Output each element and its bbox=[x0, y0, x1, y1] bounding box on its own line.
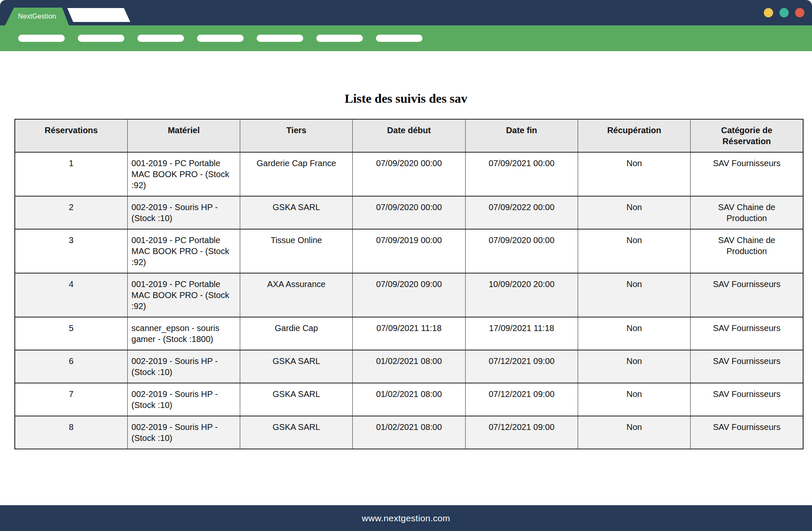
table-row: 1001-2019 - PC Portable MAC BOOK PRO - (… bbox=[15, 152, 803, 196]
table-cell: AXA Assurance bbox=[240, 273, 353, 317]
window-dot-red bbox=[795, 8, 804, 17]
table-row: 6002-2019 - Souris HP - (Stock :10)GSKA … bbox=[15, 350, 803, 383]
page-title: Liste des suivis des sav bbox=[0, 91, 812, 106]
table-cell: GSKA SARL bbox=[240, 196, 353, 229]
table-cell: SAV Chaine de Production bbox=[691, 196, 803, 229]
table-row: 7002-2019 - Souris HP - (Stock :10)GSKA … bbox=[15, 383, 803, 416]
nav-pill[interactable] bbox=[18, 35, 65, 42]
report-page: Liste des suivis des sav RéservationsMat… bbox=[0, 51, 812, 449]
table-cell: 1 bbox=[15, 152, 127, 196]
table-row: 3001-2019 - PC Portable MAC BOOK PRO - (… bbox=[15, 229, 803, 273]
nav-pill[interactable] bbox=[197, 35, 244, 42]
table-cell: 07/12/2021 09:00 bbox=[465, 350, 578, 383]
table-cell: 001-2019 - PC Portable MAC BOOK PRO - (S… bbox=[127, 152, 240, 196]
table-cell: SAV Chaine de Production bbox=[691, 229, 803, 273]
table-cell: SAV Fournisseurs bbox=[691, 350, 803, 383]
table-cell: Non bbox=[578, 416, 690, 449]
table-cell: 8 bbox=[15, 416, 127, 449]
window-dot-teal bbox=[779, 8, 789, 17]
table-cell: SAV Fournisseurs bbox=[691, 152, 803, 196]
table-cell: GSKA SARL bbox=[240, 416, 353, 449]
table-cell: 07/12/2021 09:00 bbox=[465, 383, 578, 416]
table-cell: 002-2019 - Souris HP - (Stock :10) bbox=[127, 350, 240, 383]
table-cell: Non bbox=[578, 273, 690, 317]
table-row: 8002-2019 - Souris HP - (Stock :10)GSKA … bbox=[15, 416, 803, 449]
table-cell: 10/09/2020 20:00 bbox=[465, 273, 578, 317]
window-dot-yellow bbox=[764, 8, 773, 17]
footer-url[interactable]: www.nextgestion.com bbox=[362, 513, 450, 523]
header-row: RéservationsMatérielTiersDate débutDate … bbox=[15, 119, 803, 152]
table-cell: 07/12/2021 09:00 bbox=[465, 416, 578, 449]
table-cell: Non bbox=[578, 196, 690, 229]
site-footer: www.nextgestion.com bbox=[0, 505, 812, 531]
nav-bar bbox=[0, 25, 812, 51]
table-row: 4001-2019 - PC Portable MAC BOOK PRO - (… bbox=[15, 273, 803, 317]
table-row: 2002-2019 - Souris HP - (Stock :10)GSKA … bbox=[15, 196, 803, 229]
column-header: Date fin bbox=[465, 119, 578, 152]
table-cell: 5 bbox=[15, 317, 127, 350]
column-header: Tiers bbox=[240, 119, 353, 152]
table-cell: 07/09/2021 00:00 bbox=[465, 152, 578, 196]
nav-pill[interactable] bbox=[78, 35, 124, 42]
brand-tab-label: NextGestion bbox=[18, 13, 56, 20]
table-cell: 07/09/2019 00:00 bbox=[353, 229, 465, 273]
table-cell: SAV Fournisseurs bbox=[691, 273, 803, 317]
nav-pill[interactable] bbox=[137, 35, 184, 42]
column-header: Catégorie de Réservation bbox=[691, 119, 803, 152]
table-cell: Non bbox=[578, 317, 690, 350]
sav-table: RéservationsMatérielTiersDate débutDate … bbox=[14, 119, 804, 449]
table-cell: 002-2019 - Souris HP - (Stock :10) bbox=[127, 196, 240, 229]
window-header: NextGestion bbox=[0, 0, 812, 25]
table-cell: 001-2019 - PC Portable MAC BOOK PRO - (S… bbox=[127, 229, 240, 273]
window-controls bbox=[764, 8, 804, 17]
table-cell: 001-2019 - PC Portable MAC BOOK PRO - (S… bbox=[127, 273, 240, 317]
table-cell: 01/02/2021 08:00 bbox=[353, 350, 465, 383]
table-cell: 2 bbox=[15, 196, 127, 229]
secondary-tab bbox=[67, 8, 130, 22]
table-cell: 3 bbox=[15, 229, 127, 273]
table-cell: scanner_epson - souris gamer - (Stock :1… bbox=[127, 317, 240, 350]
table-cell: SAV Fournisseurs bbox=[691, 416, 803, 449]
table-cell: SAV Fournisseurs bbox=[691, 383, 803, 416]
table-head: RéservationsMatérielTiersDate débutDate … bbox=[15, 119, 803, 152]
nav-pill[interactable] bbox=[316, 35, 363, 42]
brand-tab: NextGestion bbox=[5, 8, 69, 25]
table-cell: 002-2019 - Souris HP - (Stock :10) bbox=[127, 416, 240, 449]
table-cell: 002-2019 - Souris HP - (Stock :10) bbox=[127, 383, 240, 416]
table-cell: 07/09/2020 09:00 bbox=[353, 273, 465, 317]
column-header: Matériel bbox=[127, 119, 240, 152]
table-cell: 07/09/2020 00:00 bbox=[353, 196, 465, 229]
column-header: Récupération bbox=[578, 119, 690, 152]
nav-pill[interactable] bbox=[376, 35, 422, 42]
table-cell: 07/09/2020 00:00 bbox=[353, 152, 465, 196]
table-cell: Garderie Cap France bbox=[240, 152, 353, 196]
table-cell: GSKA SARL bbox=[240, 350, 353, 383]
table-cell: Non bbox=[578, 152, 690, 196]
table-cell: Non bbox=[578, 350, 690, 383]
table-cell: GSKA SARL bbox=[240, 383, 353, 416]
table-cell: 7 bbox=[15, 383, 127, 416]
table-cell: 07/09/2022 00:00 bbox=[465, 196, 578, 229]
table-cell: Non bbox=[578, 383, 690, 416]
table-cell: 07/09/2021 11:18 bbox=[353, 317, 465, 350]
column-header: Réservations bbox=[15, 119, 127, 152]
table-cell: Gardie Cap bbox=[240, 317, 353, 350]
table-body: 1001-2019 - PC Portable MAC BOOK PRO - (… bbox=[15, 152, 803, 449]
table-cell: SAV Fournisseurs bbox=[691, 317, 803, 350]
nav-pill[interactable] bbox=[257, 35, 303, 42]
column-header: Date début bbox=[353, 119, 465, 152]
table-cell: 01/02/2021 08:00 bbox=[353, 383, 465, 416]
table-cell: 07/09/2020 00:00 bbox=[465, 229, 578, 273]
table-cell: 4 bbox=[15, 273, 127, 317]
table-cell: Non bbox=[578, 229, 690, 273]
table-row: 5scanner_epson - souris gamer - (Stock :… bbox=[15, 317, 803, 350]
table-cell: 01/02/2021 08:00 bbox=[353, 416, 465, 449]
table-cell: 17/09/2021 11:18 bbox=[465, 317, 578, 350]
table-cell: Tissue Online bbox=[240, 229, 353, 273]
table-cell: 6 bbox=[15, 350, 127, 383]
